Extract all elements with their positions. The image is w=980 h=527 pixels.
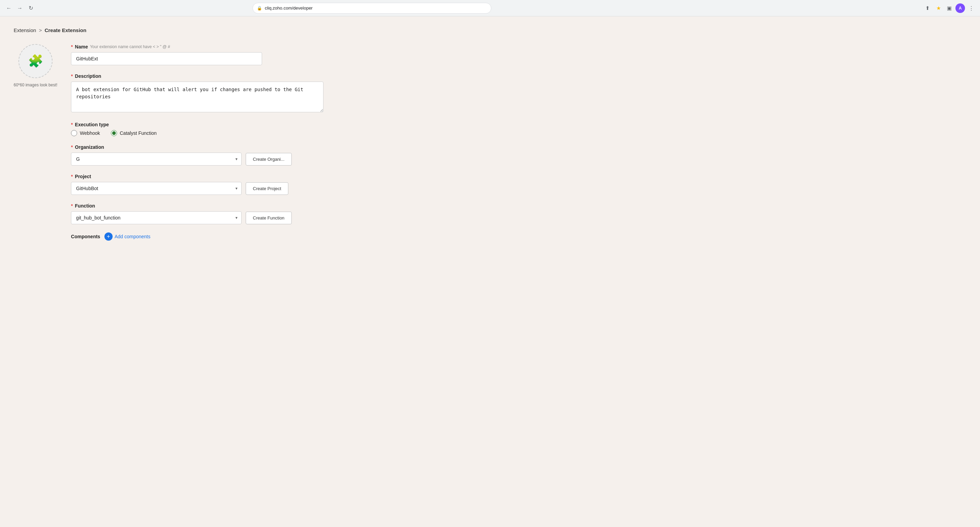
bookmark-button[interactable]: ★	[934, 3, 943, 13]
required-star-proj: *	[71, 174, 73, 179]
breadcrumb-current: Create Extension	[45, 27, 87, 33]
star-icon: ★	[936, 5, 941, 11]
reload-icon: ↻	[29, 5, 33, 11]
forward-button[interactable]: →	[15, 3, 25, 13]
webhook-option[interactable]: Webhook	[71, 130, 100, 136]
function-group: * Function git_hub_bot_function ▾ Create…	[71, 203, 328, 224]
catalyst-function-option[interactable]: Catalyst Function	[111, 130, 157, 136]
catalyst-function-radio[interactable]	[111, 130, 117, 136]
description-textarea[interactable]: A bot extension for GitHub that will ale…	[71, 81, 323, 112]
function-select[interactable]: git_hub_bot_function	[71, 211, 242, 224]
name-hint: Your extension name cannot have < > " @ …	[90, 45, 170, 49]
required-star-desc: *	[71, 73, 73, 79]
avatar-section: 🧩 60*60 images look best!	[14, 44, 57, 88]
description-label: * Description	[71, 73, 328, 79]
lock-icon: 🔒	[257, 6, 262, 11]
required-star-exec: *	[71, 122, 73, 127]
execution-type-label: * Execution type	[71, 122, 328, 127]
project-group: * Project GitHubBot ▾ Create Project	[71, 174, 328, 195]
menu-button[interactable]: ⋮	[966, 3, 976, 13]
avatar-hint: 60*60 images look best!	[14, 82, 57, 88]
execution-type-radio-group: Webhook Catalyst Function	[71, 130, 328, 136]
form-section: * Name Your extension name cannot have <…	[71, 44, 328, 240]
required-star-org: *	[71, 144, 73, 150]
breadcrumb-parent: Extension	[14, 27, 36, 33]
webhook-radio[interactable]	[71, 130, 77, 136]
components-row: Components + Add components	[71, 232, 328, 240]
project-label: * Project	[71, 174, 328, 179]
avatar-initial: A	[959, 6, 962, 11]
organization-select-wrapper: G ▾	[71, 153, 242, 166]
share-button[interactable]: ⬆	[923, 3, 932, 13]
avatar-upload[interactable]: 🧩	[18, 44, 52, 78]
menu-icon: ⋮	[969, 5, 974, 11]
browser-actions: ⬆ ★ ▣ A ⋮	[923, 3, 976, 13]
puzzle-icon: 🧩	[28, 54, 43, 68]
create-organization-button[interactable]: Create Organi...	[246, 153, 292, 166]
sidebar-button[interactable]: ▣	[945, 3, 954, 13]
form-layout: 🧩 60*60 images look best! * Name Your ex…	[14, 44, 328, 240]
name-group: * Name Your extension name cannot have <…	[71, 44, 328, 65]
breadcrumb-separator: >	[39, 27, 42, 33]
name-input[interactable]	[71, 52, 262, 65]
project-select-wrapper: GitHubBot ▾	[71, 182, 242, 195]
create-function-button[interactable]: Create Function	[246, 212, 292, 224]
project-select[interactable]: GitHubBot	[71, 182, 242, 195]
function-label: * Function	[71, 203, 328, 209]
create-project-button[interactable]: Create Project	[246, 182, 288, 195]
share-icon: ⬆	[925, 5, 930, 11]
nav-buttons: ← → ↻	[4, 3, 35, 13]
webhook-label: Webhook	[80, 131, 100, 136]
function-row: git_hub_bot_function ▾ Create Function	[71, 211, 328, 224]
address-bar[interactable]: 🔒 cliq.zoho.com/developer	[253, 3, 492, 14]
add-components-label: Add components	[115, 234, 151, 239]
function-select-wrapper: git_hub_bot_function ▾	[71, 211, 242, 224]
organization-group: * Organization G ▾ Create Organi...	[71, 144, 328, 166]
organization-row: G ▾ Create Organi...	[71, 153, 328, 166]
add-components-button[interactable]: + Add components	[104, 232, 151, 240]
execution-type-group: * Execution type Webhook Catalyst Functi…	[71, 122, 328, 136]
profile-avatar[interactable]: A	[955, 3, 965, 13]
required-star-func: *	[71, 203, 73, 209]
url-display: cliq.zoho.com/developer	[265, 5, 487, 11]
description-group: * Description A bot extension for GitHub…	[71, 73, 328, 114]
reload-button[interactable]: ↻	[26, 3, 35, 13]
back-icon: ←	[6, 5, 11, 11]
project-row: GitHubBot ▾ Create Project	[71, 182, 328, 195]
components-label: Components	[71, 234, 100, 239]
sidebar-icon: ▣	[947, 5, 952, 11]
catalyst-function-label: Catalyst Function	[120, 131, 157, 136]
organization-label: * Organization	[71, 144, 328, 150]
breadcrumb: Extension > Create Extension	[14, 27, 328, 33]
add-icon: +	[104, 232, 113, 240]
forward-icon: →	[17, 5, 22, 11]
back-button[interactable]: ←	[4, 3, 14, 13]
page-content: Extension > Create Extension 🧩 60*60 ima…	[0, 16, 341, 252]
browser-chrome: ← → ↻ 🔒 cliq.zoho.com/developer ⬆ ★ ▣ A …	[0, 0, 980, 16]
name-label: * Name Your extension name cannot have <…	[71, 44, 328, 49]
required-star-name: *	[71, 44, 73, 49]
organization-select[interactable]: G	[71, 153, 242, 166]
